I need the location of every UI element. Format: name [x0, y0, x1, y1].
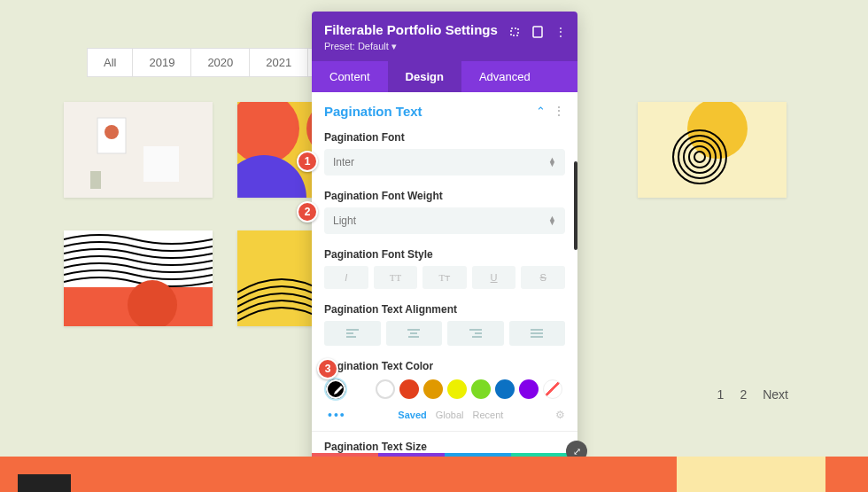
alignment-label: Pagination Text Alignment — [324, 303, 565, 316]
weight-label: Pagination Font Weight — [324, 190, 565, 202]
text-size-label: Pagination Text Size — [312, 431, 577, 453]
callout-badge-3: 3 — [317, 358, 338, 379]
filter-tab-2019[interactable]: 2019 — [133, 49, 191, 76]
settings-modal: Filterable Portfolio Settings Preset: De… — [312, 12, 577, 485]
modal-tabs: Content Design Advanced — [312, 61, 577, 92]
modal-header[interactable]: Filterable Portfolio Settings Preset: De… — [312, 12, 577, 61]
color-swatch[interactable] — [399, 379, 419, 399]
responsive-icon[interactable] — [531, 26, 544, 38]
portfolio-item[interactable] — [64, 230, 213, 326]
weight-select[interactable]: Light ▲▼ — [324, 207, 565, 234]
section-menu-icon[interactable]: ⋮ — [553, 104, 565, 118]
color-swatch[interactable] — [376, 379, 395, 399]
svg-rect-4 — [90, 171, 101, 189]
underline-button[interactable]: U — [472, 266, 516, 289]
italic-button[interactable]: I — [324, 266, 368, 289]
color-swatch[interactable] — [495, 379, 515, 399]
chevron-down-icon: ▾ — [391, 41, 397, 51]
svg-point-2 — [105, 125, 119, 139]
align-left-button[interactable] — [324, 321, 381, 346]
smallcaps-button[interactable]: Tᴛ — [422, 266, 467, 289]
color-swatch[interactable] — [519, 379, 539, 399]
section-title[interactable]: Pagination Text — [324, 104, 422, 119]
hover-icon[interactable] — [508, 26, 521, 38]
color-swatch-none[interactable] — [543, 379, 562, 399]
color-tab-recent[interactable]: Recent — [473, 410, 504, 420]
more-colors-icon[interactable]: ••• — [328, 408, 346, 422]
tab-design[interactable]: Design — [388, 61, 461, 92]
select-arrows-icon: ▲▼ — [548, 158, 556, 167]
align-justify-button[interactable] — [509, 321, 566, 346]
gear-icon[interactable]: ⚙ — [555, 409, 565, 421]
filter-tab-2021[interactable]: 2021 — [250, 49, 308, 76]
color-swatch[interactable] — [471, 379, 491, 399]
page-link-next[interactable]: Next — [763, 387, 788, 402]
select-arrows-icon: ▲▼ — [548, 216, 556, 225]
strikethrough-button[interactable]: S — [521, 266, 565, 289]
svg-rect-3 — [143, 146, 179, 182]
align-center-button[interactable] — [386, 321, 443, 346]
uppercase-button[interactable]: TT — [374, 266, 418, 289]
style-label: Pagination Font Style — [324, 248, 565, 261]
menu-dots-icon[interactable]: ⋮ — [554, 26, 567, 38]
font-select[interactable]: Inter ▲▼ — [324, 149, 565, 176]
color-tab-global[interactable]: Global — [436, 410, 464, 420]
callout-badge-1: 1 — [297, 151, 318, 172]
tab-advanced[interactable]: Advanced — [461, 61, 548, 92]
tab-content[interactable]: Content — [312, 61, 388, 92]
filter-tab-2020[interactable]: 2020 — [191, 49, 250, 76]
callout-badge-2: 2 — [297, 201, 318, 223]
color-swatch[interactable] — [423, 379, 443, 399]
color-tab-saved[interactable]: Saved — [398, 410, 426, 420]
color-label: Pagination Text Color — [324, 360, 565, 372]
svg-rect-20 — [511, 28, 518, 35]
portfolio-item[interactable] — [638, 102, 787, 198]
scrollbar-thumb[interactable] — [574, 161, 577, 250]
page-link-1[interactable]: 1 — [717, 387, 725, 402]
font-label: Pagination Font — [324, 131, 565, 144]
filter-tab-all[interactable]: All — [88, 49, 133, 76]
footer-thumb-left — [18, 474, 71, 492]
color-swatch[interactable] — [447, 379, 467, 399]
color-picker-button[interactable] — [324, 378, 347, 401]
svg-rect-21 — [533, 27, 542, 37]
portfolio-item[interactable] — [64, 102, 213, 198]
align-right-button[interactable] — [447, 321, 504, 346]
footer-thumb — [677, 457, 825, 492]
pagination: 1 2 Next — [717, 387, 788, 402]
color-swatch[interactable] — [352, 379, 371, 399]
modal-body: Pagination Text ⌃⋮ Pagination Font Inter… — [312, 92, 577, 453]
svg-rect-0 — [64, 102, 213, 198]
page-link-2[interactable]: 2 — [740, 387, 747, 402]
collapse-icon[interactable]: ⌃ — [536, 105, 546, 118]
preset-dropdown[interactable]: Preset: Default ▾ — [324, 41, 565, 52]
